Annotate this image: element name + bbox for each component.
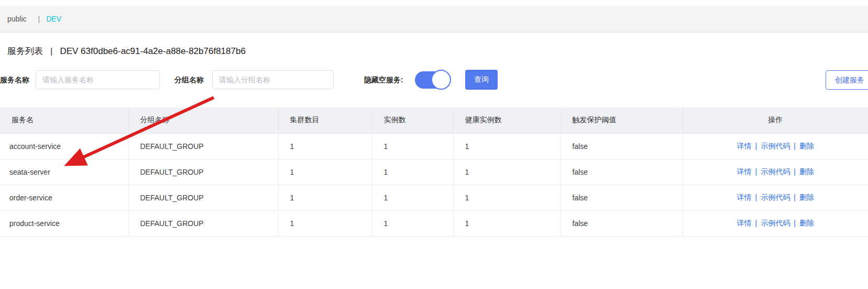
col-header-operations: 操作 [683, 108, 868, 133]
cell-instance-count: 1 [372, 159, 453, 185]
group-name-label: 分组名称 [174, 70, 204, 90]
detail-link[interactable]: 详情 [737, 193, 752, 201]
filter-toolbar: 服务名称 分组名称 隐藏空服务: 查询 创建服务 [0, 70, 868, 90]
cell-cluster-count: 1 [278, 185, 372, 210]
action-separator: | [755, 219, 757, 227]
namespace-separator: | [38, 15, 40, 23]
cell-operations: 详情|示例代码|删除 [683, 159, 868, 185]
cell-protect-threshold: false [561, 185, 683, 210]
namespace-tab-public[interactable]: public [7, 15, 27, 23]
col-header-instance-count: 实例数 [372, 108, 453, 133]
cell-cluster-count: 1 [278, 133, 372, 159]
service-table: 服务名 分组名称 集群数目 实例数 健康实例数 触发保护阈值 操作 accoun… [0, 108, 868, 237]
action-separator: | [794, 142, 796, 150]
delete-link[interactable]: 删除 [799, 193, 814, 201]
sample-code-link[interactable]: 示例代码 [761, 219, 790, 227]
cell-service-name: order-service [0, 185, 128, 210]
cell-protect-threshold: false [561, 210, 683, 236]
cell-instance-count: 1 [372, 133, 453, 159]
service-name-input[interactable] [36, 70, 160, 89]
col-header-healthy-instances: 健康实例数 [453, 108, 561, 133]
page-title: 服务列表 | DEV 63f0dbe6-ac91-4a2e-a88e-82b76… [7, 45, 246, 57]
action-separator: | [794, 193, 796, 201]
table-row: account-service DEFAULT_GROUP 1 1 1 fals… [0, 133, 868, 159]
detail-link[interactable]: 详情 [737, 219, 752, 227]
page-title-text: 服务列表 [7, 45, 43, 57]
cell-operations: 详情|示例代码|删除 [683, 210, 868, 236]
cell-group-name: DEFAULT_GROUP [128, 210, 278, 236]
cell-healthy-instances: 1 [453, 185, 561, 210]
hide-empty-service-toggle[interactable] [415, 71, 447, 89]
sample-code-link[interactable]: 示例代码 [761, 193, 790, 201]
sample-code-link[interactable]: 示例代码 [761, 167, 790, 176]
cell-protect-threshold: false [561, 133, 683, 159]
cell-healthy-instances: 1 [453, 210, 561, 236]
page-title-separator: | [50, 46, 52, 57]
action-separator: | [755, 193, 757, 201]
cell-protect-threshold: false [561, 159, 683, 185]
col-header-service-name: 服务名 [0, 108, 128, 133]
action-separator: | [755, 167, 757, 176]
delete-link[interactable]: 删除 [799, 167, 814, 176]
cell-service-name: account-service [0, 133, 128, 159]
create-service-button[interactable]: 创建服务 [826, 70, 868, 90]
cell-operations: 详情|示例代码|删除 [683, 185, 868, 210]
cell-service-name: seata-server [0, 159, 128, 185]
cell-group-name: DEFAULT_GROUP [128, 133, 278, 159]
cell-group-name: DEFAULT_GROUP [128, 185, 278, 210]
cell-operations: 详情|示例代码|删除 [683, 133, 868, 159]
namespace-tab-dev[interactable]: DEV [46, 15, 61, 23]
table-row: product-service DEFAULT_GROUP 1 1 1 fals… [0, 210, 868, 236]
col-header-protect-threshold: 触发保护阈值 [561, 108, 683, 133]
namespace-id-text: DEV 63f0dbe6-ac91-4a2e-a88e-82b76f8187b6 [60, 46, 245, 57]
group-name-input[interactable] [212, 70, 334, 89]
action-separator: | [755, 142, 757, 150]
detail-link[interactable]: 详情 [737, 167, 752, 176]
action-separator: | [794, 219, 796, 227]
cell-cluster-count: 1 [278, 159, 372, 185]
table-row: seata-server DEFAULT_GROUP 1 1 1 false 详… [0, 159, 868, 185]
cell-service-name: product-service [0, 210, 128, 236]
col-header-cluster-count: 集群数目 [278, 108, 372, 133]
service-list-page: public | DEV 服务列表 | DEV 63f0dbe6-ac91-4a… [0, 0, 868, 289]
cell-instance-count: 1 [372, 210, 453, 236]
delete-link[interactable]: 删除 [799, 142, 814, 150]
table-header-row: 服务名 分组名称 集群数目 实例数 健康实例数 触发保护阈值 操作 [0, 108, 868, 133]
hide-empty-service-label: 隐藏空服务: [364, 70, 403, 90]
delete-link[interactable]: 删除 [799, 219, 814, 227]
cell-cluster-count: 1 [278, 210, 372, 236]
action-separator: | [794, 167, 796, 176]
cell-instance-count: 1 [372, 185, 453, 210]
cell-healthy-instances: 1 [453, 159, 561, 185]
cell-healthy-instances: 1 [453, 133, 561, 159]
table-row: order-service DEFAULT_GROUP 1 1 1 false … [0, 185, 868, 210]
namespace-bar: public | DEV [0, 6, 868, 33]
cell-group-name: DEFAULT_GROUP [128, 159, 278, 185]
detail-link[interactable]: 详情 [737, 142, 752, 150]
sample-code-link[interactable]: 示例代码 [761, 142, 790, 150]
toggle-knob [431, 70, 451, 90]
col-header-group-name: 分组名称 [128, 108, 278, 133]
service-name-label: 服务名称 [0, 70, 29, 90]
query-button[interactable]: 查询 [465, 70, 498, 90]
